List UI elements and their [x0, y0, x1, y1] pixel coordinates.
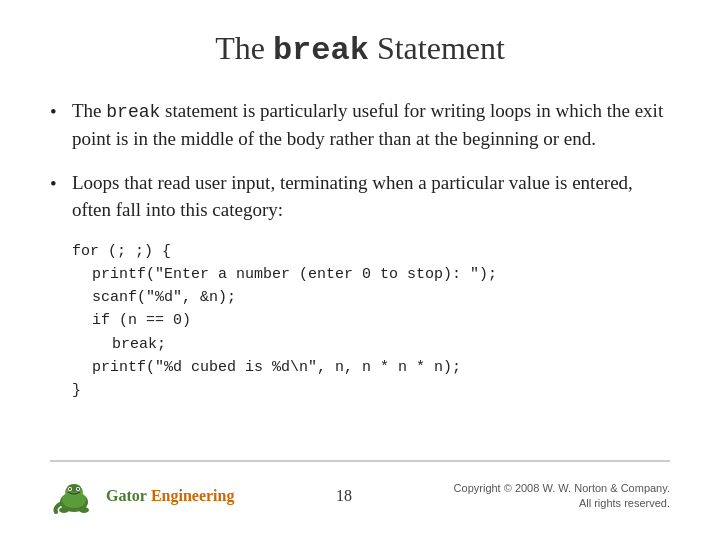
slide: The break Statement • The break statemen… [0, 0, 720, 540]
code-line-1: for (; ;) { [72, 240, 670, 263]
code-line-3: scanf("%d", &n); [92, 286, 670, 309]
bullet1-prefix: The [72, 100, 106, 121]
code-block: for (; ;) { printf("Enter a number (ente… [72, 240, 670, 403]
footer-gator: Gator [106, 487, 147, 504]
bullet-2: • Loops that read user input, terminatin… [50, 169, 670, 224]
svg-point-9 [79, 507, 89, 513]
svg-point-8 [59, 507, 69, 513]
slide-footer: Gator Engineering 18 Copyright © 2008 W.… [50, 460, 670, 520]
bullet-dot-1: • [50, 98, 72, 126]
bullet1-keyword: break [106, 102, 160, 122]
slide-content: • The break statement is particularly us… [50, 97, 670, 452]
footer-copy-line2: All rights reserved. [454, 496, 670, 511]
gator-icon [50, 472, 98, 520]
title-suffix: Statement [369, 30, 505, 66]
footer-logo: Gator Engineering [50, 472, 234, 520]
footer-copyright: Copyright © 2008 W. W. Norton & Company.… [454, 481, 670, 512]
code-line-4: if (n == 0) [92, 309, 670, 332]
footer-engineering: Engineering [151, 487, 235, 504]
footer-copy-line1: Copyright © 2008 W. W. Norton & Company. [454, 481, 670, 496]
code-line-2: printf("Enter a number (enter 0 to stop)… [92, 263, 670, 286]
footer-brand-text: Gator Engineering [106, 487, 234, 505]
code-line-7: } [72, 379, 670, 402]
code-line-6: printf("%d cubed is %d\n", n, n * n * n)… [92, 356, 670, 379]
title-prefix: The [215, 30, 273, 66]
bullet1-text: statement is particularly useful for wri… [72, 100, 663, 149]
bullet-text-2: Loops that read user input, terminating … [72, 169, 670, 224]
slide-title: The break Statement [50, 30, 670, 69]
bullet-text-1: The break statement is particularly usef… [72, 97, 670, 153]
footer-page-number: 18 [336, 487, 352, 505]
title-keyword: break [273, 32, 369, 69]
svg-point-7 [77, 488, 79, 490]
bullet-dot-2: • [50, 170, 72, 198]
code-line-5: break; [112, 333, 670, 356]
svg-point-5 [69, 488, 71, 490]
bullet-1: • The break statement is particularly us… [50, 97, 670, 153]
